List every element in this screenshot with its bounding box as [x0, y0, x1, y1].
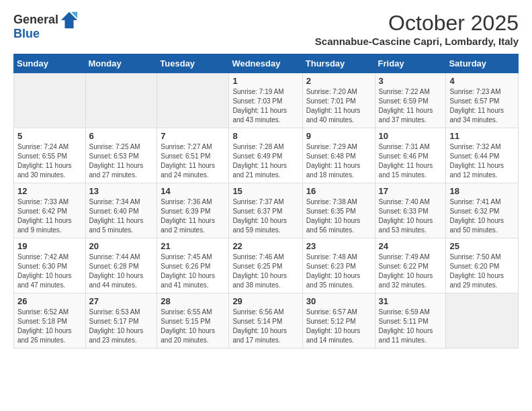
day-number: 29	[232, 296, 298, 306]
day-number: 26	[17, 296, 82, 306]
day-number: 7	[161, 131, 225, 141]
table-row: 2Sunrise: 7:20 AMSunset: 7:01 PMDaylight…	[302, 73, 375, 128]
table-row: 7Sunrise: 7:27 AMSunset: 6:51 PMDaylight…	[157, 128, 229, 183]
day-info: Sunrise: 7:31 AMSunset: 6:46 PMDaylight:…	[379, 142, 443, 180]
day-info: Sunrise: 7:27 AMSunset: 6:51 PMDaylight:…	[161, 142, 225, 180]
table-row: 14Sunrise: 7:36 AMSunset: 6:39 PMDayligh…	[157, 183, 229, 238]
day-number: 12	[17, 186, 82, 196]
day-number: 6	[89, 131, 154, 141]
table-row: 6Sunrise: 7:25 AMSunset: 6:53 PMDaylight…	[85, 128, 157, 183]
month-title: October 2025	[315, 11, 519, 36]
day-info: Sunrise: 6:57 AMSunset: 5:12 PMDaylight:…	[306, 308, 371, 345]
header: General Blue October 2025 Scannabue-Casc…	[13, 11, 519, 47]
table-row: 19Sunrise: 7:42 AMSunset: 6:30 PMDayligh…	[14, 238, 86, 293]
day-number: 18	[449, 186, 515, 196]
table-row: 20Sunrise: 7:44 AMSunset: 6:28 PMDayligh…	[85, 238, 157, 293]
day-info: Sunrise: 7:40 AMSunset: 6:33 PMDaylight:…	[379, 197, 443, 235]
col-tuesday: Tuesday	[157, 54, 229, 73]
table-row: 9Sunrise: 7:29 AMSunset: 6:48 PMDaylight…	[302, 128, 375, 183]
table-row: 27Sunrise: 6:53 AMSunset: 5:17 PMDayligh…	[85, 293, 157, 349]
day-info: Sunrise: 7:28 AMSunset: 6:49 PMDaylight:…	[232, 142, 298, 180]
day-info: Sunrise: 7:24 AMSunset: 6:55 PMDaylight:…	[17, 142, 82, 180]
day-number: 10	[379, 131, 443, 141]
table-row	[157, 73, 229, 128]
day-number: 28	[161, 296, 225, 306]
table-row: 3Sunrise: 7:22 AMSunset: 6:59 PMDaylight…	[375, 73, 446, 128]
day-number: 21	[161, 241, 225, 251]
day-number: 4	[449, 76, 515, 86]
col-sunday: Sunday	[14, 54, 86, 73]
day-number: 25	[449, 241, 515, 251]
day-number: 9	[306, 131, 371, 141]
table-row: 30Sunrise: 6:57 AMSunset: 5:12 PMDayligh…	[302, 293, 375, 349]
col-wednesday: Wednesday	[229, 54, 302, 73]
calendar-week-row: 1Sunrise: 7:19 AMSunset: 7:03 PMDaylight…	[14, 73, 519, 128]
day-info: Sunrise: 7:33 AMSunset: 6:42 PMDaylight:…	[17, 197, 82, 235]
day-number: 11	[449, 131, 515, 141]
table-row: 15Sunrise: 7:37 AMSunset: 6:37 PMDayligh…	[229, 183, 302, 238]
day-info: Sunrise: 7:42 AMSunset: 6:30 PMDaylight:…	[17, 253, 82, 290]
calendar-week-row: 12Sunrise: 7:33 AMSunset: 6:42 PMDayligh…	[14, 183, 519, 238]
table-row: 29Sunrise: 6:56 AMSunset: 5:14 PMDayligh…	[229, 293, 302, 349]
day-info: Sunrise: 7:20 AMSunset: 7:01 PMDaylight:…	[306, 87, 371, 125]
day-number: 14	[161, 186, 225, 196]
calendar-week-row: 19Sunrise: 7:42 AMSunset: 6:30 PMDayligh…	[14, 238, 519, 293]
logo-blue-text: Blue	[13, 27, 40, 42]
day-info: Sunrise: 7:41 AMSunset: 6:32 PMDaylight:…	[449, 197, 515, 235]
day-number: 22	[232, 241, 298, 251]
calendar-week-row: 26Sunrise: 6:52 AMSunset: 5:18 PMDayligh…	[14, 293, 519, 349]
day-info: Sunrise: 6:52 AMSunset: 5:18 PMDaylight:…	[17, 308, 82, 345]
logo-icon	[60, 11, 79, 30]
day-number: 5	[17, 131, 82, 141]
calendar-week-row: 5Sunrise: 7:24 AMSunset: 6:55 PMDaylight…	[14, 128, 519, 183]
table-row: 21Sunrise: 7:45 AMSunset: 6:26 PMDayligh…	[157, 238, 229, 293]
day-info: Sunrise: 6:59 AMSunset: 5:11 PMDaylight:…	[379, 308, 443, 345]
col-friday: Friday	[375, 54, 446, 73]
table-row	[14, 73, 86, 128]
title-block: October 2025 Scannabue-Cascine Capri, Lo…	[315, 11, 519, 47]
day-number: 16	[306, 186, 371, 196]
calendar-header-row: Sunday Monday Tuesday Wednesday Thursday…	[14, 54, 519, 73]
day-info: Sunrise: 7:29 AMSunset: 6:48 PMDaylight:…	[306, 142, 371, 180]
location-title: Scannabue-Cascine Capri, Lombardy, Italy	[315, 36, 519, 47]
day-number: 19	[17, 241, 82, 251]
day-info: Sunrise: 6:56 AMSunset: 5:14 PMDaylight:…	[232, 308, 298, 345]
day-info: Sunrise: 7:37 AMSunset: 6:37 PMDaylight:…	[232, 197, 298, 235]
day-info: Sunrise: 7:50 AMSunset: 6:20 PMDaylight:…	[449, 253, 515, 290]
day-number: 23	[306, 241, 371, 251]
table-row: 13Sunrise: 7:34 AMSunset: 6:40 PMDayligh…	[85, 183, 157, 238]
table-row: 24Sunrise: 7:49 AMSunset: 6:22 PMDayligh…	[375, 238, 446, 293]
table-row: 28Sunrise: 6:55 AMSunset: 5:15 PMDayligh…	[157, 293, 229, 349]
day-number: 27	[89, 296, 154, 306]
page: General Blue October 2025 Scannabue-Casc…	[0, 0, 532, 362]
day-number: 13	[89, 186, 154, 196]
table-row: 8Sunrise: 7:28 AMSunset: 6:49 PMDaylight…	[229, 128, 302, 183]
day-info: Sunrise: 7:22 AMSunset: 6:59 PMDaylight:…	[379, 87, 443, 125]
day-info: Sunrise: 7:32 AMSunset: 6:44 PMDaylight:…	[449, 142, 515, 180]
table-row: 11Sunrise: 7:32 AMSunset: 6:44 PMDayligh…	[446, 128, 519, 183]
day-number: 24	[379, 241, 443, 251]
table-row: 25Sunrise: 7:50 AMSunset: 6:20 PMDayligh…	[446, 238, 519, 293]
day-info: Sunrise: 7:46 AMSunset: 6:25 PMDaylight:…	[232, 253, 298, 290]
table-row: 17Sunrise: 7:40 AMSunset: 6:33 PMDayligh…	[375, 183, 446, 238]
day-info: Sunrise: 7:36 AMSunset: 6:39 PMDaylight:…	[161, 197, 225, 235]
day-number: 1	[232, 76, 298, 86]
day-info: Sunrise: 7:23 AMSunset: 6:57 PMDaylight:…	[449, 87, 515, 125]
table-row: 18Sunrise: 7:41 AMSunset: 6:32 PMDayligh…	[446, 183, 519, 238]
col-saturday: Saturday	[446, 54, 519, 73]
table-row: 16Sunrise: 7:38 AMSunset: 6:35 PMDayligh…	[302, 183, 375, 238]
day-number: 31	[379, 296, 443, 306]
day-info: Sunrise: 7:38 AMSunset: 6:35 PMDaylight:…	[306, 197, 371, 235]
day-number: 8	[232, 131, 298, 141]
day-info: Sunrise: 7:19 AMSunset: 7:03 PMDaylight:…	[232, 87, 298, 125]
col-thursday: Thursday	[302, 54, 375, 73]
table-row: 4Sunrise: 7:23 AMSunset: 6:57 PMDaylight…	[446, 73, 519, 128]
table-row	[85, 73, 157, 128]
table-row: 12Sunrise: 7:33 AMSunset: 6:42 PMDayligh…	[14, 183, 86, 238]
day-number: 3	[379, 76, 443, 86]
col-monday: Monday	[85, 54, 157, 73]
day-number: 17	[379, 186, 443, 196]
day-info: Sunrise: 6:55 AMSunset: 5:15 PMDaylight:…	[161, 308, 225, 345]
table-row: 31Sunrise: 6:59 AMSunset: 5:11 PMDayligh…	[375, 293, 446, 349]
table-row: 5Sunrise: 7:24 AMSunset: 6:55 PMDaylight…	[14, 128, 86, 183]
